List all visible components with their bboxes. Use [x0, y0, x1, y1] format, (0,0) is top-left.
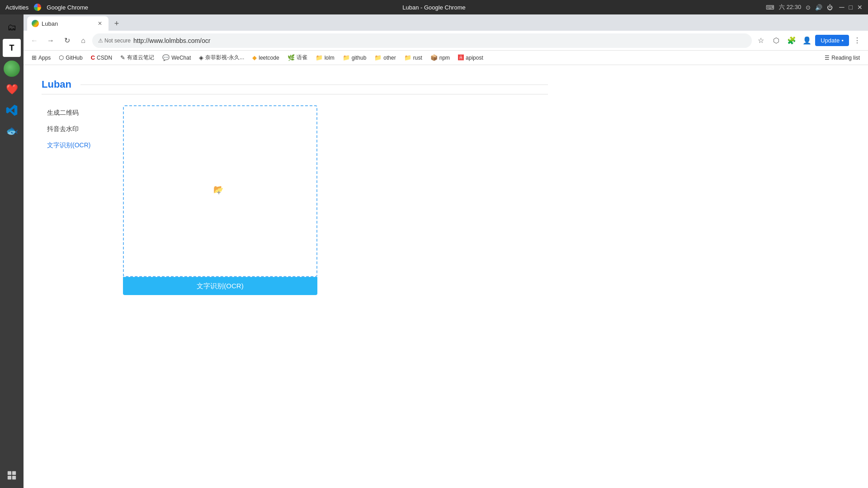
bookmark-csdn[interactable]: C CSDN [87, 53, 116, 62]
menu-ocr[interactable]: 文字识别(OCR) [42, 138, 105, 153]
bookmark-rust[interactable]: 📁 rust [401, 53, 426, 62]
menu-button[interactable]: ⋮ [850, 33, 864, 48]
sidebar-app5-icon[interactable]: 🐟 [3, 122, 21, 140]
reload-button[interactable]: ↻ [60, 33, 74, 48]
sidebar-apps-grid-icon[interactable] [3, 466, 21, 484]
min-btn[interactable]: ─ [839, 3, 844, 11]
network-icon[interactable]: ⊙ [806, 4, 811, 11]
bookmark-github-folder-label: github [352, 55, 367, 61]
home-button[interactable]: ⌂ [76, 33, 90, 48]
bookmark-npm-label: npm [439, 55, 450, 61]
keyboard-icon[interactable]: ⌨ [766, 4, 774, 11]
address-bar[interactable]: ⚠ Not secure http://www.lolmbbs.com/ocr [92, 33, 752, 48]
ocr-submit-button[interactable]: 文字识别(OCR) [123, 277, 317, 295]
drop-zone[interactable]: 📂 + [123, 105, 317, 277]
not-secure-indicator[interactable]: ⚠ Not secure [98, 38, 131, 44]
os-topbar: Activities Google Chrome Luban - Google … [0, 0, 868, 14]
naifei-icon: ◈ [199, 54, 203, 61]
power-icon[interactable]: ⏻ [827, 4, 833, 11]
side-menu: 生成二维码 抖音去水印 文字识别(OCR) [42, 105, 105, 153]
os-topbar-left: Activities Google Chrome [5, 4, 88, 11]
extensions-button[interactable]: 🧩 [784, 33, 799, 48]
page-content: Luban 生成二维码 抖音去水印 文字识别(OCR) [24, 65, 868, 488]
lock-icon: ⚠ [98, 38, 103, 44]
bookmark-leetcode[interactable]: ◆ leetcode [249, 53, 283, 62]
svg-rect-2 [8, 476, 11, 479]
bookmark-lolm[interactable]: 📁 lolm [312, 53, 338, 62]
bookmark-rust-label: rust [413, 55, 422, 61]
sidebar: 🗂 T ❤️ 🐟 [0, 14, 24, 488]
new-tab-button[interactable]: + [110, 17, 123, 30]
bookmark-yuque[interactable]: 🌿 语雀 [284, 52, 311, 63]
bookmark-other[interactable]: 📁 other [371, 53, 399, 62]
bookmark-youdao[interactable]: ✎ 有道云笔记 [117, 52, 158, 63]
sidebar-app4-icon[interactable]: ❤️ [3, 80, 21, 99]
csdn-icon: C [91, 54, 95, 61]
chrome-app-name[interactable]: Google Chrome [47, 4, 88, 11]
profile-button[interactable]: 👤 [800, 33, 814, 48]
update-button[interactable]: Update [815, 35, 849, 46]
toolbar: ← → ↻ ⌂ ⚠ Not secure http://www.lolmbbs.… [24, 31, 868, 51]
bookmark-csdn-label: CSDN [97, 55, 112, 61]
bookmark-github-label: GitHub [66, 55, 82, 61]
bookmark-apipost[interactable]: 🅰 apipost [454, 53, 487, 62]
sidebar-app3-icon[interactable] [3, 60, 21, 78]
window-title: Luban - Google Chrome [402, 4, 465, 11]
close-btn[interactable]: ✕ [857, 4, 863, 11]
back-button[interactable]: ← [27, 33, 42, 48]
bookmark-github-folder[interactable]: 📁 github [339, 53, 370, 62]
leetcode-icon: ◆ [252, 54, 257, 61]
reading-list-label: Reading list [831, 55, 860, 61]
yuque-icon: 🌿 [288, 54, 295, 61]
max-btn[interactable]: □ [849, 4, 853, 11]
activities-label[interactable]: Activities [5, 4, 28, 11]
bookmark-apps[interactable]: ⊞ Apps [28, 53, 54, 62]
sidebar-vscode-icon[interactable] [3, 101, 21, 119]
bookmark-github[interactable]: ⬡ GitHub [55, 53, 86, 62]
tab-luban[interactable]: Luban ✕ [27, 16, 108, 31]
tab-title: Luban [42, 20, 58, 27]
svg-rect-1 [12, 471, 16, 475]
bookmark-naifei-label: 奈菲影视-永久... [205, 54, 244, 61]
youdao-icon: ✎ [120, 54, 125, 61]
chrome-window: Luban ✕ + ← → ↻ ⌂ ⚠ Not secure http://ww… [24, 14, 868, 488]
apps-grid-icon: ⊞ [32, 54, 37, 61]
toolbar-right: ☆ ⬡ 🧩 👤 Update ⋮ [754, 33, 864, 48]
bookmark-leetcode-label: leetcode [259, 55, 279, 61]
screenshot-button[interactable]: ⬡ [769, 33, 783, 48]
reading-list-button[interactable]: ☰ Reading list [821, 53, 863, 62]
bookmark-naifeivideo[interactable]: ◈ 奈菲影视-永久... [195, 52, 248, 63]
sidebar-font-icon[interactable]: T [3, 39, 21, 57]
plus-icon: + [217, 189, 221, 196]
bookmark-wechat[interactable]: 💬 WeChat [159, 53, 194, 62]
volume-icon[interactable]: 🔊 [815, 4, 822, 11]
forward-button[interactable]: → [43, 33, 58, 48]
bookmark-npm[interactable]: 📦 npm [427, 53, 453, 62]
reading-list-icon: ☰ [825, 55, 830, 61]
tab-close-button[interactable]: ✕ [96, 19, 104, 28]
os-topbar-right: ⌨ 六 22:30 ⊙ 🔊 ⏻ ─ □ ✕ [766, 3, 863, 11]
rust-folder-icon: 📁 [404, 54, 411, 61]
main-layout: 生成二维码 抖音去水印 文字识别(OCR) 📂 + [42, 105, 548, 295]
page-title-text: Luban [42, 79, 71, 90]
bookmark-apps-label: Apps [38, 55, 51, 61]
sidebar-files-icon[interactable]: 🗂 [3, 18, 21, 36]
other-folder-icon: 📁 [374, 54, 382, 61]
menu-watermark[interactable]: 抖音去水印 [42, 122, 105, 137]
menu-qrcode[interactable]: 生成二维码 [42, 105, 105, 121]
github-icon: ⬡ [59, 54, 64, 61]
tab-favicon [32, 20, 39, 27]
language-label: 六 22:30 [779, 3, 801, 11]
bookmark-button[interactable]: ☆ [754, 33, 768, 48]
lolm-folder-icon: 📁 [316, 54, 323, 61]
bookmarks-bar: ⊞ Apps ⬡ GitHub C CSDN ✎ 有道云笔记 💬 WeChat … [24, 51, 868, 65]
bookmark-lolm-label: lolm [325, 55, 335, 61]
page-title-divider [80, 84, 548, 85]
page-inner: Luban 生成二维码 抖音去水印 文字识别(OCR) [24, 65, 566, 309]
chrome-icon [34, 4, 41, 11]
bookmark-yuque-label: 语雀 [297, 54, 307, 61]
svg-rect-3 [12, 476, 16, 479]
bookmark-apipost-label: apipost [466, 55, 483, 61]
drop-cursor: 📂 + [213, 184, 227, 198]
npm-icon: 📦 [430, 54, 438, 61]
